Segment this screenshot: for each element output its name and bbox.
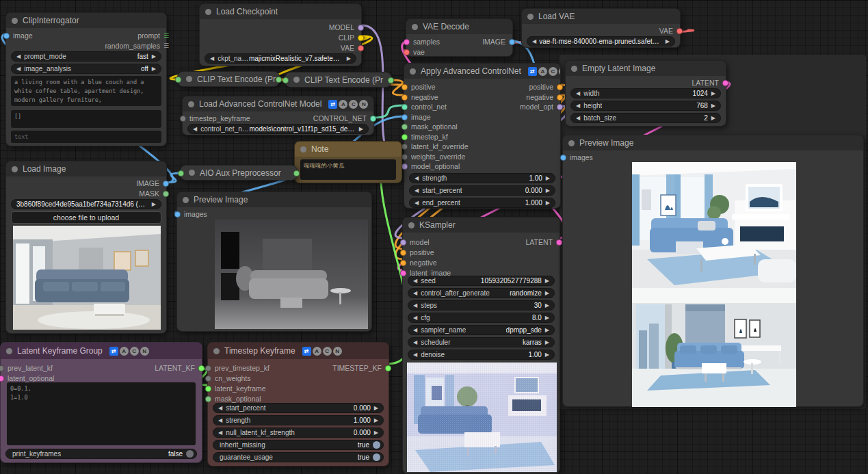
collapse-dot[interactable] bbox=[571, 66, 577, 72]
text-placeholder-textarea[interactable]: text bbox=[11, 131, 161, 143]
collapse-dot[interactable] bbox=[410, 68, 416, 75]
port-dot[interactable] bbox=[163, 181, 169, 187]
port-dot[interactable] bbox=[3, 33, 10, 39]
collapse-dot[interactable] bbox=[293, 77, 300, 83]
increment-arrow-icon[interactable]: ▶ bbox=[152, 66, 156, 72]
port-dot[interactable] bbox=[404, 39, 410, 45]
node-header[interactable]: Timestep Keyframe ⇄ A C N bbox=[208, 343, 389, 359]
output-model-opt[interactable]: model_opt bbox=[520, 102, 563, 111]
node-header[interactable]: Note bbox=[295, 142, 402, 157]
increment-arrow-icon[interactable]: ▶ bbox=[545, 278, 549, 284]
collapse-dot[interactable] bbox=[189, 170, 195, 176]
toggle-knob[interactable] bbox=[373, 453, 380, 461]
increment-arrow-icon[interactable]: ▶ bbox=[545, 315, 549, 321]
input-latent-optional[interactable]: latent_optional bbox=[0, 373, 54, 383]
decrement-arrow-icon[interactable]: ◀ bbox=[218, 430, 222, 436]
port-dot[interactable] bbox=[557, 94, 563, 101]
port-dot[interactable] bbox=[402, 163, 408, 170]
collapse-dot[interactable] bbox=[188, 101, 194, 107]
increment-arrow-icon[interactable]: ▶ bbox=[374, 430, 378, 436]
output-vae[interactable]: VAE bbox=[659, 26, 683, 36]
increment-arrow-icon[interactable]: ▶ bbox=[711, 91, 715, 96]
output-image[interactable]: IMAGE bbox=[136, 179, 169, 188]
node-clip-text-encode-2[interactable]: CLIP Text Encode (Pr bbox=[285, 72, 392, 88]
input-image[interactable]: image bbox=[402, 112, 431, 122]
decrement-arrow-icon[interactable]: ◀ bbox=[413, 278, 417, 284]
decrement-arrow-icon[interactable]: ◀ bbox=[576, 103, 580, 109]
decrement-arrow-icon[interactable]: ◀ bbox=[415, 188, 419, 194]
port-dot[interactable] bbox=[402, 124, 408, 130]
port-dot[interactable] bbox=[205, 365, 211, 371]
increment-arrow-icon[interactable]: ▶ bbox=[347, 56, 351, 62]
increment-arrow-icon[interactable]: ▶ bbox=[374, 418, 378, 423]
port-dot[interactable] bbox=[198, 365, 205, 371]
widget-end-percent[interactable]: ◀ end_percent 1.000 ▶ bbox=[409, 198, 555, 208]
increment-arrow-icon[interactable]: ▶ bbox=[711, 103, 715, 109]
widget-width[interactable]: ◀ width 1024 ▶ bbox=[570, 88, 721, 98]
input-timestep-kf[interactable]: timestep_kf bbox=[402, 132, 448, 142]
output-positive[interactable]: positive bbox=[529, 82, 563, 92]
widget-height[interactable]: ◀ height 768 ▶ bbox=[570, 101, 721, 111]
increment-arrow-icon[interactable]: ▶ bbox=[374, 406, 378, 411]
collapse-dot[interactable] bbox=[205, 9, 211, 15]
toggle-guarantee-usage[interactable]: guarantee_usage true bbox=[213, 452, 384, 462]
port-dot[interactable] bbox=[560, 155, 566, 161]
input-mask-optional[interactable]: mask_optional bbox=[205, 394, 261, 404]
input-cn-weights[interactable]: cn_weights bbox=[205, 373, 251, 383]
input-negative[interactable]: negative bbox=[400, 258, 437, 267]
output-negative[interactable]: negative bbox=[526, 92, 563, 102]
collapse-dot[interactable] bbox=[12, 166, 18, 172]
port-dot[interactable] bbox=[358, 25, 364, 31]
widget-scheduler[interactable]: ◀ scheduler karras ▶ bbox=[408, 337, 555, 347]
decrement-arrow-icon[interactable]: ◀ bbox=[576, 116, 580, 121]
input-negative[interactable]: negative bbox=[402, 92, 438, 102]
decrement-arrow-icon[interactable]: ◀ bbox=[218, 418, 222, 423]
node-ksampler[interactable]: KSampler model positive negative latent_… bbox=[402, 217, 560, 474]
output-random-samples[interactable]: random_samples ☰ bbox=[105, 41, 169, 51]
port-dot[interactable] bbox=[404, 49, 410, 55]
decrement-arrow-icon[interactable]: ◀ bbox=[218, 406, 222, 411]
collapsed-input-dot[interactable] bbox=[178, 170, 184, 176]
decrement-arrow-icon[interactable]: ◀ bbox=[16, 54, 21, 60]
input-vae[interactable]: vae bbox=[404, 47, 425, 57]
output-mask[interactable]: MASK bbox=[139, 189, 169, 198]
input-prev-timestep-kf[interactable]: prev_timestep_kf bbox=[205, 363, 269, 373]
node-header[interactable]: Load Checkpoint bbox=[200, 4, 361, 19]
node-header[interactable]: ClipInterrogator bbox=[6, 13, 166, 28]
collapse-dot[interactable] bbox=[12, 18, 18, 24]
node-preview-image-left[interactable]: Preview Image images bbox=[176, 192, 372, 332]
grid-icon[interactable]: ☰ bbox=[163, 43, 169, 49]
input-samples[interactable]: samples bbox=[404, 37, 440, 47]
collapsed-input-dot[interactable] bbox=[175, 77, 181, 83]
toggle-knob[interactable] bbox=[186, 450, 194, 458]
keyframes-textarea[interactable]: 0=0.1, 1=1.0 bbox=[7, 382, 196, 445]
port-dot[interactable] bbox=[402, 144, 408, 150]
increment-arrow-icon[interactable]: ▶ bbox=[546, 176, 550, 181]
output-latent[interactable]: LATENT bbox=[692, 78, 728, 88]
output-clip[interactable]: CLIP bbox=[339, 33, 364, 42]
increment-arrow-icon[interactable]: ▶ bbox=[152, 202, 156, 207]
output-model[interactable]: MODEL bbox=[329, 23, 364, 32]
input-images[interactable]: images bbox=[560, 153, 593, 162]
port-dot[interactable] bbox=[557, 104, 563, 110]
decrement-arrow-icon[interactable]: ◀ bbox=[16, 66, 21, 72]
increment-arrow-icon[interactable]: ▶ bbox=[359, 127, 363, 132]
collapse-dot[interactable] bbox=[6, 348, 12, 354]
decrement-arrow-icon[interactable]: ◀ bbox=[193, 127, 197, 132]
port-dot[interactable] bbox=[400, 250, 406, 256]
input-weights-override[interactable]: weights_override bbox=[402, 152, 465, 161]
node-timestep-keyframe[interactable]: Timestep Keyframe ⇄ A C N prev_timestep_… bbox=[207, 342, 389, 466]
node-load-checkpoint[interactable]: Load Checkpoint MODEL CLIP VAE ◀ ckpt_na… bbox=[199, 3, 362, 66]
port-dot[interactable] bbox=[358, 35, 364, 41]
input-positive[interactable]: positive bbox=[402, 82, 436, 92]
list-textarea[interactable]: [] bbox=[11, 110, 161, 128]
collapse-dot[interactable] bbox=[213, 348, 220, 354]
port-dot[interactable] bbox=[402, 84, 408, 90]
widget-batch-size[interactable]: ◀ batch_size 2 ▶ bbox=[570, 113, 721, 123]
port-dot[interactable] bbox=[676, 28, 683, 34]
node-load-image[interactable]: Load Image IMAGE MASK 3b860f89ced4de95aa… bbox=[5, 161, 167, 334]
collapse-dot[interactable] bbox=[568, 140, 575, 146]
decrement-arrow-icon[interactable]: ◀ bbox=[532, 39, 536, 44]
increment-arrow-icon[interactable]: ▶ bbox=[545, 303, 549, 308]
increment-arrow-icon[interactable]: ▶ bbox=[545, 340, 549, 345]
